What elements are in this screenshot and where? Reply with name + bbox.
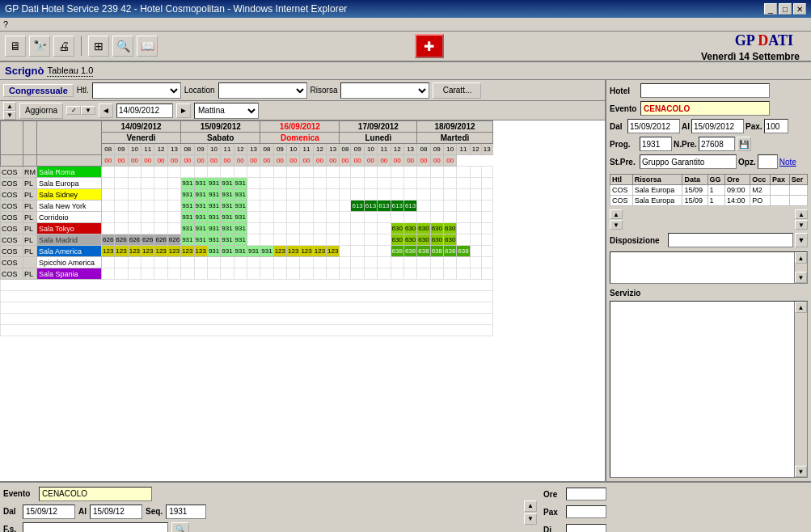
col-hotel <box>1 121 23 155</box>
disposizione-row: Disposizione ▼ <box>610 233 808 247</box>
evento-row: Evento CENACOLO <box>610 101 808 116</box>
bottom-seq-field[interactable]: 1931 <box>166 505 206 519</box>
table-row[interactable]: COS PL Sala America 123123123123123123 1… <box>1 246 493 257</box>
prog-field: 1931 <box>640 137 672 151</box>
al-field[interactable]: 15/09/2012 <box>691 119 744 133</box>
bottom-ore-field <box>566 488 606 500</box>
bottom-scroll-dn[interactable]: ▼ <box>524 513 537 525</box>
col-ore: Ore <box>725 175 750 185</box>
date-header-0: 14/09/2012 <box>102 121 181 133</box>
nav-down-button[interactable]: ▼ <box>3 111 16 120</box>
note-label[interactable]: Note <box>779 158 796 167</box>
table-row[interactable]: COS PL Sala Europa 931931931931931 <box>1 178 493 189</box>
maximize-button[interactable]: □ <box>779 3 792 15</box>
risorsa-combo[interactable] <box>340 82 429 99</box>
search-button[interactable]: 🔍 <box>112 36 133 57</box>
htl-label: Htl. <box>77 86 89 95</box>
view-combo[interactable]: Mattina Pomeriggio Sera Tutto <box>194 103 259 119</box>
dal-al-row: Dal 15/09/2012 Al 15/09/2012 Pax. 100 <box>610 119 808 133</box>
app-header: Scrignò Tableau 1.0 <box>0 62 811 80</box>
bottom-al-field[interactable]: 15/09/12 <box>90 505 142 519</box>
event-row-2[interactable]: COS Sala Europa 15/09 1 14:00 PO <box>610 196 808 206</box>
bottom-dal-row: Dal 15/09/12 Al 15/09/12 Seq. 1931 <box>3 505 521 519</box>
col-ser: Ser <box>789 175 807 185</box>
floppy-icon[interactable]: 💾 <box>737 137 751 151</box>
minimize-button[interactable]: _ <box>764 3 777 15</box>
npre-field: 27608 <box>699 137 735 151</box>
col-risorsa: Risorsa <box>632 175 682 185</box>
bottom-pax-label: Pax <box>543 508 564 517</box>
special-button[interactable]: ✚ <box>415 34 444 58</box>
col-gg: GG <box>708 175 725 185</box>
day-header-1: Sabato <box>181 133 260 144</box>
window-controls[interactable]: _ □ ✕ <box>764 3 806 15</box>
left-panel: Congressuale Htl. Location Risorsa Carat… <box>0 80 606 481</box>
bottom-fs-field[interactable] <box>23 522 168 533</box>
nav-right-up-btn[interactable]: ▲ <box>795 209 808 219</box>
bottom-dal-field[interactable]: 15/09/12 <box>23 505 75 519</box>
bottom-fs-label: F.s. <box>3 525 19 532</box>
table-row[interactable]: COS PL Sala Madrid 626626626626626626 93… <box>1 234 493 246</box>
scroll-right[interactable]: ▼ <box>795 233 808 247</box>
grid-button[interactable]: ⊞ <box>88 36 109 57</box>
next-date-button[interactable]: ► <box>176 103 191 118</box>
menu-item-question[interactable]: ? <box>3 19 8 29</box>
toolbar-separator-1 <box>81 36 82 56</box>
event-row-1[interactable]: COS Sala Europa 15/09 1 09:00 M2 <box>610 185 808 196</box>
window-title: GP Dati Hotel Service 239 42 - Hotel Cos… <box>5 3 347 15</box>
bottom-evento-field[interactable]: CENACOLO <box>39 487 152 501</box>
toolbar: 🖥 🔭 🖨 ⊞ 🔍 📖 ✚ GP DATI Venerdì 14 Settemb… <box>0 32 811 62</box>
search-fs-icon[interactable]: 🔍 <box>171 522 189 533</box>
disposizione-scroll[interactable]: ▲ ▼ <box>794 252 807 283</box>
monitor-button[interactable]: 🖥 <box>5 36 26 57</box>
check-button-1[interactable]: ✓ <box>66 106 81 115</box>
table-row[interactable]: COS PL Sala Tokyo 931931931931931 630630… <box>1 223 493 234</box>
col-data: Data <box>682 175 708 185</box>
table-row[interactable]: COS Spicchio America <box>1 257 493 268</box>
nav-up-btn[interactable]: ▲ <box>610 209 623 219</box>
table-row <box>1 325 493 336</box>
stpre-field: Gruppo Garantito <box>640 154 737 169</box>
hotel-field <box>640 83 770 98</box>
table-row[interactable]: COS RM Sala Roma <box>1 167 493 178</box>
bottom-left-area: Evento CENACOLO Dal 15/09/12 Al 15/09/12… <box>3 485 521 532</box>
location-combo[interactable] <box>218 82 307 99</box>
caratt-button[interactable]: Caratt... <box>433 82 481 99</box>
bottom-di-field <box>566 524 606 532</box>
bottom-di-label: Di <box>543 526 564 532</box>
date-header-3: 17/09/2012 <box>340 121 417 133</box>
right-panel: Hotel Evento CENACOLO Dal 15/09/2012 Al … <box>606 80 811 481</box>
prev-date-button[interactable]: ◄ <box>99 103 113 118</box>
bottom-scroll-up[interactable]: ▲ <box>524 500 537 512</box>
nav-bar: ▲ ▼ Aggiorna ✓ ▼ ◄ ► Mattina Pomeriggio … <box>0 101 605 120</box>
close-button[interactable]: ✕ <box>793 3 806 15</box>
nav-right-dn-btn[interactable]: ▼ <box>795 220 808 230</box>
col-type <box>23 121 37 155</box>
nav-date-input[interactable] <box>116 103 173 118</box>
dal-field[interactable]: 15/09/2012 <box>627 119 680 133</box>
controls-bar: Congressuale Htl. Location Risorsa Carat… <box>0 80 605 101</box>
day-header-2: Domenica <box>260 133 340 144</box>
binoculars-button[interactable]: 🔭 <box>29 36 50 57</box>
print-button[interactable]: 🖨 <box>53 36 74 57</box>
check-button-2[interactable]: ▼ <box>81 106 95 115</box>
table-row[interactable]: COS PL Sala Sidney 931931931931931 <box>1 189 493 201</box>
nav-up-button[interactable]: ▲ <box>3 102 16 111</box>
nav-dn-btn[interactable]: ▼ <box>610 220 623 230</box>
htl-combo[interactable] <box>92 82 181 99</box>
bottom-scroll-area: ▲ ▼ <box>524 485 537 532</box>
bottom-evento-label: Evento <box>3 489 36 498</box>
servizio-scroll[interactable]: ▲ ▼ <box>794 302 807 477</box>
prog-row: Prog. 1931 N.Pre. 27608 💾 <box>610 137 808 151</box>
aggiorna-button[interactable]: Aggiorna <box>19 103 63 119</box>
table-row[interactable]: COS PL Sala New York 931931931931931 613… <box>1 201 493 212</box>
table-row[interactable]: COS PL Sala Spania <box>1 268 493 280</box>
stpre-label: St.Pre. <box>610 158 638 167</box>
servizio-row: Servizio <box>610 289 808 298</box>
congressuale-tab[interactable]: Congressuale <box>3 84 74 97</box>
book-button[interactable]: 📖 <box>137 36 158 57</box>
pax-field: 100 <box>764 119 788 133</box>
al-label: Al <box>682 122 690 131</box>
table-row[interactable]: COS PL Corridoio 931931931931931 <box>1 212 493 223</box>
servizio-label: Servizio <box>610 289 650 298</box>
